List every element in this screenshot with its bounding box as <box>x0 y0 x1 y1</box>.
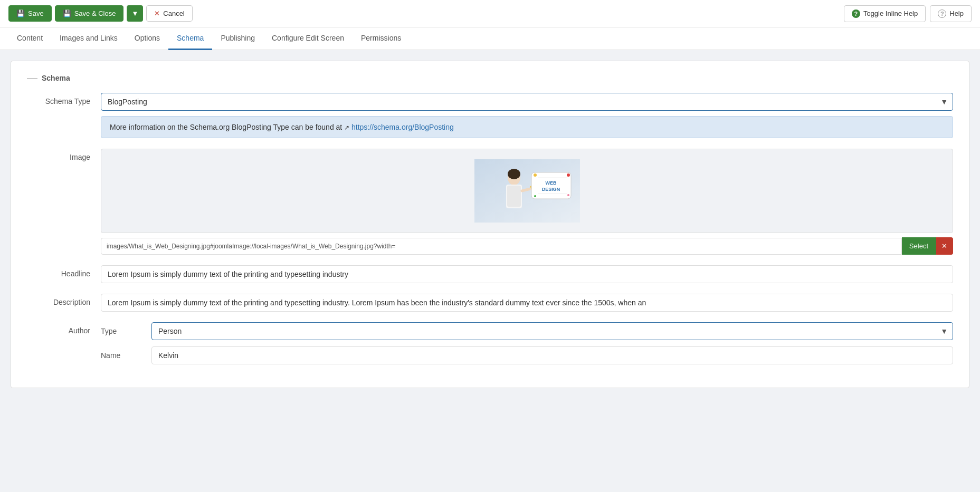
schema-type-wrap: BlogPosting Article NewsArticle WebPage … <box>101 93 953 138</box>
tab-content[interactable]: Content <box>8 27 51 50</box>
headline-input[interactable] <box>101 265 953 283</box>
tab-images-links[interactable]: Images and Links <box>51 27 126 50</box>
svg-rect-3 <box>507 186 521 207</box>
schema-type-select-wrap: BlogPosting Article NewsArticle WebPage … <box>101 93 953 111</box>
save-dropdown-button[interactable]: ▼ <box>127 5 143 22</box>
external-link-icon: ↗ <box>344 124 349 131</box>
tab-options[interactable]: Options <box>126 27 168 50</box>
schema-type-select[interactable]: BlogPosting Article NewsArticle WebPage <box>101 93 953 111</box>
author-type-row: Type Person Organization ▼ <box>101 322 953 340</box>
schema-section: Schema Schema Type BlogPosting Article N… <box>11 61 969 388</box>
svg-point-14 <box>534 195 536 197</box>
tab-schema[interactable]: Schema <box>168 27 212 50</box>
select-label: Select <box>909 242 928 250</box>
schema-info-link[interactable]: https://schema.org/BlogPosting <box>351 123 454 131</box>
save-close-label: Save & Close <box>74 9 116 17</box>
save-close-button[interactable]: 💾 Save & Close <box>55 5 124 22</box>
svg-point-13 <box>567 173 570 177</box>
help-label: Help <box>949 9 964 17</box>
author-label: Author <box>27 322 90 335</box>
save-button[interactable]: 💾 Save <box>8 5 52 22</box>
cancel-label: Cancel <box>163 9 184 17</box>
question-icon: ? <box>938 9 946 18</box>
description-wrap <box>101 294 953 312</box>
image-row: Image <box>27 149 953 255</box>
author-name-label: Name <box>101 351 143 360</box>
schema-info-text: More information on the Schema.org BlogP… <box>110 123 344 131</box>
svg-text:DESIGN: DESIGN <box>541 187 560 192</box>
image-input-row: Select ✕ <box>101 237 953 255</box>
description-label: Description <box>27 294 90 306</box>
image-label: Image <box>27 149 90 161</box>
chevron-down-icon: ▼ <box>131 9 138 17</box>
schema-info-banner: More information on the Schema.org BlogP… <box>101 116 953 138</box>
help-circle-icon: ? <box>852 9 860 18</box>
tab-configure-edit[interactable]: Configure Edit Screen <box>263 27 353 50</box>
cancel-icon: ✕ <box>154 9 160 17</box>
toolbar-right: ? Toggle Inline Help ? Help <box>844 5 972 22</box>
cancel-button[interactable]: ✕ Cancel <box>146 5 192 22</box>
author-type-label: Type <box>101 327 143 335</box>
description-input[interactable] <box>101 294 953 312</box>
description-row: Description <box>27 294 953 312</box>
headline-wrap <box>101 265 953 283</box>
author-type-wrap: Person Organization ▼ <box>151 322 953 340</box>
svg-rect-5 <box>513 170 517 175</box>
save-icon: 💾 <box>16 9 25 17</box>
author-name-input[interactable] <box>151 346 953 364</box>
svg-point-15 <box>567 194 569 196</box>
save-label: Save <box>28 9 44 17</box>
image-preview-container: WEB DESIGN <box>101 149 953 233</box>
svg-point-12 <box>534 173 537 177</box>
image-clear-button[interactable]: ✕ <box>936 237 953 255</box>
svg-rect-9 <box>531 172 571 199</box>
author-fields: Type Person Organization ▼ Name <box>101 322 953 364</box>
schema-type-label: Schema Type <box>27 93 90 105</box>
toggle-help-label: Toggle Inline Help <box>863 9 918 17</box>
author-type-select[interactable]: Person Organization <box>151 322 953 340</box>
author-name-row: Name <box>101 346 953 364</box>
main-content: Schema Schema Type BlogPosting Article N… <box>0 50 980 399</box>
toolbar: 💾 Save 💾 Save & Close ▼ ✕ Cancel ? Toggl… <box>0 0 980 27</box>
save-close-icon: 💾 <box>63 9 71 17</box>
author-name-wrap <box>151 346 953 364</box>
section-title-row: Schema <box>27 74 953 82</box>
headline-row: Headline <box>27 265 953 283</box>
headline-label: Headline <box>27 265 90 278</box>
image-select-button[interactable]: Select <box>902 237 936 255</box>
image-path-input[interactable] <box>101 238 902 255</box>
tab-publishing[interactable]: Publishing <box>212 27 263 50</box>
toolbar-left: 💾 Save 💾 Save & Close ▼ ✕ Cancel <box>8 5 193 22</box>
author-type-select-wrap: Person Organization ▼ <box>151 322 953 340</box>
tabs-bar: Content Images and Links Options Schema … <box>0 27 980 50</box>
toggle-help-button[interactable]: ? Toggle Inline Help <box>844 5 926 22</box>
image-wrap: WEB DESIGN Select <box>101 149 953 255</box>
tab-permissions[interactable]: Permissions <box>353 27 410 50</box>
author-section: Author Type Person Organization ▼ <box>27 322 953 364</box>
web-design-image: WEB DESIGN <box>474 159 580 223</box>
clear-image-icon: ✕ <box>941 242 947 250</box>
schema-type-row: Schema Type BlogPosting Article NewsArti… <box>27 93 953 138</box>
section-title: Schema <box>42 74 70 82</box>
svg-text:WEB: WEB <box>545 180 556 186</box>
help-button[interactable]: ? Help <box>930 5 972 22</box>
